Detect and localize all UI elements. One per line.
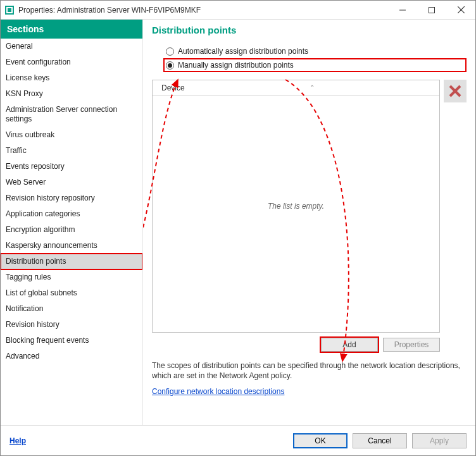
column-device: Device	[153, 83, 185, 92]
content-title: Distribution points	[152, 20, 467, 44]
sidebar-item-revision-history[interactable]: Revision history	[1, 317, 142, 333]
device-listbox[interactable]: Device ⌃ The list is empty.	[152, 80, 440, 333]
sidebar-item-ksn-proxy[interactable]: KSN Proxy	[1, 86, 142, 102]
radio-auto-row[interactable]: Automatically assign distribution points	[166, 47, 467, 56]
svg-line-4	[458, 6, 465, 13]
sidebar-item-application-categories[interactable]: Application categories	[1, 206, 142, 222]
add-button[interactable]: Add	[321, 338, 378, 352]
radio-auto-label: Automatically assign distribution points	[178, 47, 308, 56]
sidebar-item-general[interactable]: General	[1, 39, 142, 54]
radio-manual-highlight: Manually assign distribution points	[163, 58, 467, 72]
window-title: Properties: Administration Server WIN-F6…	[18, 6, 388, 15]
sidebar-item-distribution-points[interactable]: Distribution points	[1, 254, 142, 269]
footer: Help OK Cancel Apply	[1, 425, 475, 455]
sidebar-item-tagging-rules[interactable]: Tagging rules	[1, 269, 142, 285]
listbox-wrap: Device ⌃ The list is empty.	[152, 80, 467, 333]
sidebar-item-advanced[interactable]: Advanced	[1, 348, 142, 364]
sidebar-item-virus-outbreak[interactable]: Virus outbreak	[1, 127, 142, 143]
sidebar-item-traffic[interactable]: Traffic	[1, 143, 142, 159]
content-panel: Distribution points Automatically assign…	[143, 20, 475, 425]
sidebar-item-list-of-global-subnets[interactable]: List of global subnets	[1, 285, 142, 301]
sidebar-item-revision-history-repository[interactable]: Revision history repository	[1, 190, 142, 206]
svg-rect-1	[8, 8, 11, 12]
radio-unchecked-icon	[166, 47, 174, 56]
properties-button: Properties	[383, 338, 440, 352]
minimize-button[interactable]	[388, 1, 417, 19]
sidebar-item-notification[interactable]: Notification	[1, 301, 142, 317]
sort-caret-icon: ⌃	[310, 84, 315, 91]
sidebar-item-administration-server-connection-settings[interactable]: Administration Server connection setting…	[1, 102, 142, 127]
radio-manual-row[interactable]: Manually assign distribution points	[166, 61, 294, 70]
svg-rect-3	[429, 7, 435, 13]
list-buttons: Add Properties	[152, 338, 467, 352]
svg-line-5	[458, 6, 465, 13]
sidebar-item-web-server[interactable]: Web Server	[1, 175, 142, 190]
ok-button[interactable]: OK	[293, 433, 348, 448]
help-link[interactable]: Help	[9, 436, 26, 445]
radio-manual-label: Manually assign distribution points	[178, 61, 294, 70]
sidebar-header: Sections	[1, 20, 142, 39]
sidebar-item-license-keys[interactable]: License keys	[1, 70, 142, 86]
sidebar-item-encryption-algorithm[interactable]: Encryption algorithm	[1, 222, 142, 238]
empty-text: The list is empty.	[268, 202, 324, 211]
app-icon	[4, 5, 15, 15]
apply-button: Apply	[412, 433, 467, 448]
properties-window: Properties: Administration Server WIN-F6…	[0, 0, 476, 456]
maximize-button[interactable]	[417, 1, 446, 19]
sidebar-item-event-configuration[interactable]: Event configuration	[1, 54, 142, 70]
sidebar: Sections GeneralEvent configurationLicen…	[1, 20, 143, 425]
cancel-button[interactable]: Cancel	[353, 433, 407, 448]
sidebar-item-events-repository[interactable]: Events repository	[1, 159, 142, 175]
delete-button[interactable]	[444, 80, 467, 102]
titlebar: Properties: Administration Server WIN-F6…	[1, 1, 475, 20]
radio-checked-icon	[166, 61, 174, 70]
list-header[interactable]: Device ⌃	[153, 80, 439, 96]
configure-link[interactable]: Configure network location descriptions	[152, 387, 467, 396]
sidebar-list: GeneralEvent configurationLicense keysKS…	[1, 39, 142, 364]
sidebar-item-blocking-frequent-events[interactable]: Blocking frequent events	[1, 333, 142, 348]
sidebar-item-kaspersky-announcements[interactable]: Kaspersky announcements	[1, 238, 142, 254]
close-button[interactable]	[446, 1, 475, 19]
hint-text: The scopes of distribution points can be…	[152, 360, 467, 381]
window-buttons	[388, 1, 475, 19]
body: Sections GeneralEvent configurationLicen…	[1, 20, 475, 425]
